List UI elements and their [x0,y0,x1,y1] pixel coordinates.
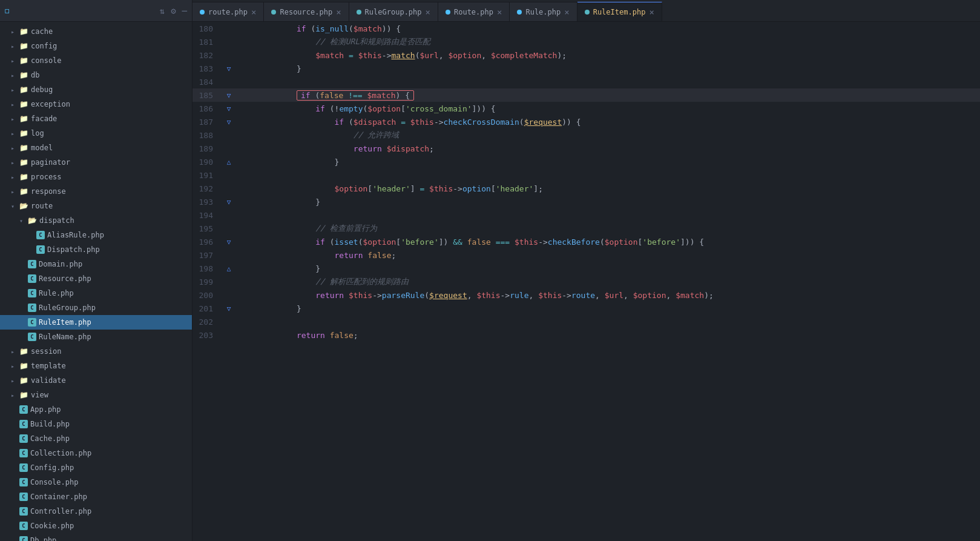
gutter-icon [223,275,235,288]
sidebar-item-AliasRule.php[interactable]: CAliasRule.php [0,228,192,242]
gutter-icon: ▽ [223,235,235,248]
tree-item-label: Container.php [30,493,87,501]
sidebar-minus-icon[interactable]: ─ [182,6,187,16]
sidebar-item-RuleName.php[interactable]: CRuleName.php [0,330,192,344]
code-area[interactable]: 180 if (is_null($match)) {181 // 检测URL和规… [192,22,980,541]
sidebar-item-Build.php[interactable]: CBuild.php [0,417,192,431]
gutter-icon [223,22,235,35]
tree-item-label: Build.php [30,420,70,428]
sidebar-item-Domain.php[interactable]: CDomain.php [0,257,192,271]
tree-item-label: Config.php [30,463,74,472]
sidebar-item-Cookie.php[interactable]: CCookie.php [0,519,192,533]
sidebar-item-Db.php[interactable]: CDb.php [0,533,192,541]
sidebar-item-App.php[interactable]: CApp.php [0,402,192,417]
sidebar-item-model[interactable]: ▸📁model [0,141,192,155]
sidebar-item-route[interactable]: ▾📂route [0,199,192,213]
sidebar-item-config[interactable]: ▸📁config [0,39,192,53]
sidebar-item-response[interactable]: ▸📁response [0,184,192,199]
sidebar-item-Console.php[interactable]: CConsole.php [0,475,192,490]
gutter-icon [223,182,235,195]
tab-rulegroup-php[interactable]: RuleGroup.php× [349,2,438,21]
sidebar-item-Container.php[interactable]: CContainer.php [0,490,192,504]
folder-arrow-icon: ▸ [11,101,19,108]
sidebar-settings-icon[interactable]: ⚙ [171,6,176,16]
tab-route-php[interactable]: route.php× [192,2,264,21]
sidebar-item-Dispatch.php[interactable]: CDispatch.php [0,242,192,257]
sidebar-item-debug[interactable]: ▸📁debug [0,82,192,97]
sidebar-item-Controller.php[interactable]: CController.php [0,504,192,519]
sidebar-item-RuleItem.php[interactable]: CRuleItem.php [0,315,192,330]
tab-dot-icon [585,10,590,15]
folder-icon: 📁 [19,115,28,123]
sidebar-item-Rule.php[interactable]: CRule.php [0,286,192,300]
gutter-icon [223,315,235,328]
tab-close-button[interactable]: × [251,8,256,16]
gutter-icon: ▽ [223,302,235,315]
tab-ruleitem-php[interactable]: RuleItem.php× [577,2,662,21]
code-row-199: 199 // 解析匹配到的规则路由 [192,275,980,288]
folder-arrow-icon: ▸ [11,159,19,166]
sidebar-item-validate[interactable]: ▸📁validate [0,373,192,388]
line-number: 187 [192,115,223,128]
sidebar-item-paginator[interactable]: ▸📁paginator [0,155,192,170]
sidebar-item-dispatch[interactable]: ▾📂dispatch [0,213,192,228]
sidebar-item-log[interactable]: ▸📁log [0,126,192,141]
sidebar-item-RuleGroup.php[interactable]: CRuleGroup.php [0,300,192,315]
code-row-193: 193▽ } [192,195,980,208]
tree-item-label: debug [31,85,53,94]
sidebar-item-console[interactable]: ▸📁console [0,53,192,68]
line-number: 185 [192,88,223,102]
folder-icon: 📁 [19,391,28,399]
sidebar-item-facade[interactable]: ▸📁facade [0,111,192,126]
sidebar-item-cache[interactable]: ▸📁cache [0,24,192,39]
folder-arrow-icon: ▾ [11,203,19,210]
tree-item-label: RuleName.php [39,333,91,341]
code-row-194: 194 [192,208,980,222]
tree-item-label: paginator [31,158,70,167]
file-icon: C [19,420,28,428]
tab-close-button[interactable]: × [336,8,341,16]
tab-bar: route.php×Resource.php×RuleGroup.php×Rou… [192,0,980,22]
code-row-201: 201▽ } [192,302,980,315]
sidebar-item-exception[interactable]: ▸📁exception [0,97,192,111]
code-row-196: 196▽ if (isset($option['before']) && fal… [192,235,980,248]
sidebar-item-Cache.php[interactable]: CCache.php [0,431,192,446]
line-number: 188 [192,128,223,142]
line-number: 198 [192,262,223,275]
tab-dot-icon [357,10,361,15]
tree-item-label: Domain.php [39,260,82,268]
file-icon: C [36,231,45,239]
code-row-184: 184 [192,75,980,88]
sidebar-item-view[interactable]: ▸📁view [0,388,192,402]
sidebar-item-process[interactable]: ▸📁process [0,170,192,184]
tab-route2-php[interactable]: Route.php× [438,2,510,21]
line-number: 182 [192,48,223,62]
line-number: 202 [192,315,223,328]
line-number: 183 [192,62,223,75]
sidebar-item-Resource.php[interactable]: CResource.php [0,271,192,286]
tab-close-button[interactable]: × [497,8,502,16]
gutter-icon [223,208,235,222]
sidebar-tree: ▸📁cache▸📁config▸📁console▸📁db▸📁debug▸📁exc… [0,22,192,541]
code-row-185: 185▽ if (false !== $match) { [192,88,980,102]
tab-close-button[interactable]: × [426,8,430,16]
file-icon: C [19,449,28,457]
line-number: 196 [192,235,223,248]
sidebar-item-Config.php[interactable]: CConfig.php [0,460,192,475]
folder-icon: 📁 [19,173,28,181]
tab-close-button[interactable]: × [649,8,654,16]
sidebar-item-template[interactable]: ▸📁template [0,359,192,373]
code-row-181: 181 // 检测URL和规则路由是否匹配 [192,35,980,48]
tree-item-label: RuleGroup.php [39,304,96,312]
tab-close-button[interactable]: × [564,8,569,16]
file-icon: C [19,536,28,541]
tab-resource-php[interactable]: Resource.php× [264,2,349,21]
code-content: return false; [235,248,980,262]
sidebar-item-Collection.php[interactable]: CCollection.php [0,446,192,460]
sidebar-toggle-icon[interactable]: ⇅ [160,6,165,16]
sidebar-item-session[interactable]: ▸📁session [0,344,192,359]
sidebar-item-db[interactable]: ▸📁db [0,68,192,82]
code-content: $option['header'] = $this->option['heade… [235,182,980,195]
tab-rule-php[interactable]: Rule.php× [510,2,577,21]
gutter-icon [223,328,235,342]
